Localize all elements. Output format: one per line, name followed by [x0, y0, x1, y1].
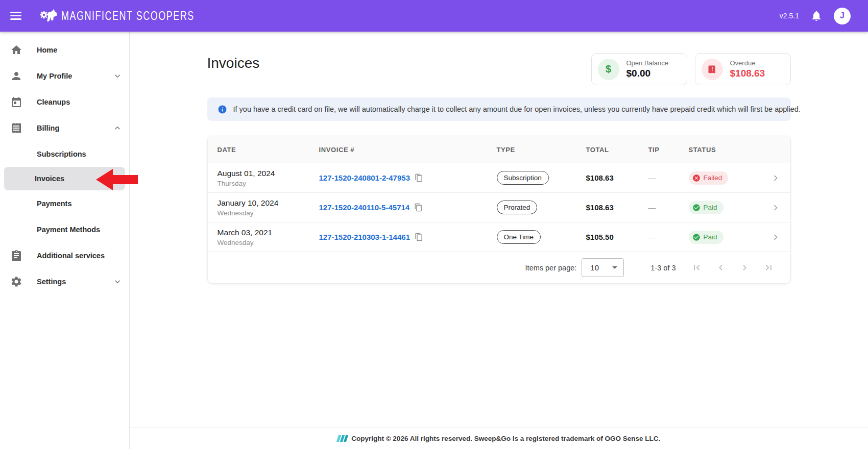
col-header-tip: TIP — [648, 146, 689, 154]
row-expand-chevron-icon[interactable] — [770, 203, 781, 213]
sidebar-item-my-profile[interactable]: My Profile — [0, 63, 129, 89]
chevron-down-icon — [113, 71, 122, 81]
invoice-total: $108.63 — [586, 203, 648, 212]
items-per-page-label: Items per page: — [525, 264, 577, 272]
invoice-tip: — — [648, 203, 689, 212]
status-badge: Failed — [689, 171, 729, 185]
col-header-total: TOTAL — [586, 146, 648, 154]
top-app-bar: Magnificent Scoopers v2.5.1 J — [0, 0, 868, 32]
row-expand-chevron-icon[interactable] — [770, 173, 781, 183]
failed-x-circle-icon — [692, 174, 701, 182]
invoice-number-link[interactable]: 127-1520-240801-2-47953 — [319, 173, 410, 182]
open-balance-card: $ Open Balance $0.00 — [591, 53, 687, 85]
home-icon — [10, 44, 22, 56]
status-badge: Paid — [689, 201, 724, 214]
invoice-tip: — — [648, 173, 689, 182]
gear-icon — [10, 276, 22, 288]
col-header-type: TYPE — [497, 146, 586, 154]
paid-check-circle-icon — [692, 204, 701, 212]
sidebar-item-label: Payment Methods — [37, 226, 100, 234]
previous-page-icon[interactable] — [715, 262, 726, 273]
invoice-type-chip: Subscription — [497, 171, 549, 185]
app-version: v2.5.1 — [780, 12, 799, 20]
invoice-total: $105.50 — [586, 233, 648, 241]
sidebar-item-label: Payments — [37, 199, 72, 208]
sidebar-item-label: Additional services — [37, 252, 105, 260]
brand-logo: Magnificent Scoopers — [40, 8, 195, 23]
sidebar-item-payments[interactable]: Payments — [0, 190, 129, 216]
first-page-icon[interactable] — [691, 262, 702, 273]
sidebar-item-payment-methods[interactable]: Payment Methods — [0, 216, 129, 242]
invoice-weekday: Thursday — [218, 180, 319, 187]
user-avatar[interactable]: J — [834, 8, 851, 24]
table-header-row: DATE INVOICE # TYPE TOTAL TIP STATUS — [208, 136, 790, 163]
col-header-date: DATE — [218, 146, 319, 154]
invoice-number-link[interactable]: 127-1520-240110-5-45714 — [319, 203, 410, 212]
invoice-tip: — — [648, 233, 689, 241]
hamburger-menu-icon[interactable] — [9, 8, 25, 23]
sidebar-item-label: Subscriptions — [37, 150, 86, 158]
row-expand-chevron-icon[interactable] — [770, 232, 781, 242]
sidebar-item-billing[interactable]: Billing — [0, 115, 129, 141]
stat-label: Overdue — [730, 59, 765, 67]
select-caret-icon — [612, 266, 617, 269]
chevron-down-icon — [113, 277, 122, 286]
info-icon — [218, 105, 227, 114]
stat-value: $0.00 — [626, 68, 668, 79]
table-row: March 03, 2021 Wednesday 127-1520-210303… — [208, 222, 790, 252]
sidebar-item-home[interactable]: Home — [0, 37, 129, 63]
copy-icon[interactable] — [415, 233, 423, 241]
items-per-page-value: 10 — [590, 263, 599, 272]
page-footer: Copyright © 2026 All rights reserved. Sw… — [130, 428, 868, 449]
copy-icon[interactable] — [414, 203, 423, 212]
sweepandgo-logo-icon — [336, 435, 348, 442]
person-icon — [10, 70, 22, 82]
copy-icon[interactable] — [415, 173, 423, 182]
sidebar-item-label: Cleanups — [37, 98, 70, 106]
invoice-number-link[interactable]: 127-1520-210303-1-14461 — [319, 233, 410, 241]
table-pagination: Items per page: 10 1-3 of 3 — [208, 252, 790, 283]
invoices-table: DATE INVOICE # TYPE TOTAL TIP STATUS Aug… — [207, 136, 791, 284]
sidebar-item-additional-services[interactable]: Additional services — [0, 242, 129, 268]
calendar-icon — [10, 96, 22, 108]
sidebar-item-subscriptions[interactable]: Subscriptions — [0, 141, 129, 167]
sidebar-nav: Home My Profile Cleanups Billing — [0, 32, 130, 449]
sidebar-item-cleanups[interactable]: Cleanups — [0, 89, 129, 115]
clipboard-icon — [10, 250, 22, 262]
invoice-weekday: Wednesday — [218, 239, 319, 246]
invoice-date: January 10, 2024 — [218, 198, 319, 208]
overdue-card: Overdue $108.63 — [695, 53, 791, 85]
notice-text: If you have a credit card on file, we wi… — [233, 105, 801, 113]
sidebar-item-label: Invoices — [35, 174, 64, 183]
items-per-page-select[interactable]: 10 — [582, 258, 624, 277]
app-window: Magnificent Scoopers v2.5.1 J Home My Pr… — [0, 0, 868, 449]
pagination-range: 1-3 of 3 — [650, 264, 676, 272]
status-text: Failed — [704, 174, 722, 182]
table-row: January 10, 2024 Wednesday 127-1520-2401… — [208, 193, 790, 222]
status-text: Paid — [704, 233, 717, 241]
stat-value: $108.63 — [730, 68, 765, 79]
receipt-icon — [10, 122, 22, 134]
col-header-status: STATUS — [689, 146, 770, 154]
invoice-date: March 03, 2021 — [218, 228, 319, 237]
status-badge: Paid — [689, 231, 724, 244]
next-page-icon[interactable] — [739, 262, 750, 273]
last-page-icon[interactable] — [763, 262, 774, 273]
dog-logo-icon — [40, 8, 57, 23]
chevron-up-icon — [113, 123, 122, 133]
sidebar-item-invoices[interactable]: Invoices — [4, 167, 125, 190]
notifications-bell-icon[interactable] — [810, 10, 823, 22]
sidebar-item-label: Home — [37, 46, 57, 54]
invoice-total: $108.63 — [586, 173, 648, 182]
status-text: Paid — [704, 204, 717, 211]
invoice-type-chip: One Time — [497, 230, 541, 244]
autocharge-notice-banner: If you have a credit card on file, we wi… — [207, 97, 791, 121]
sidebar-item-settings[interactable]: Settings — [0, 268, 129, 294]
col-header-invoice: INVOICE # — [319, 146, 497, 154]
sidebar-item-label: My Profile — [37, 72, 72, 80]
dollar-icon: $ — [598, 59, 619, 80]
page-title: Invoices — [207, 55, 260, 71]
copyright-text: Copyright © 2026 All rights reserved. Sw… — [351, 435, 660, 442]
sidebar-item-label: Settings — [37, 278, 66, 286]
sidebar-item-label: Billing — [37, 124, 59, 132]
